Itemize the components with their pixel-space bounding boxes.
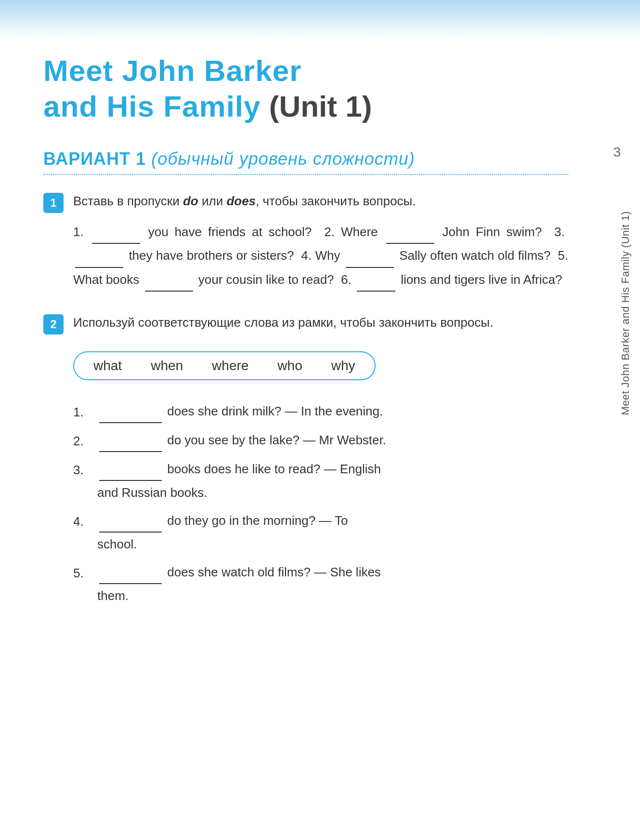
title-normal-text: (Unit 1): [261, 90, 372, 123]
exercise-1-instruction: Вставь в пропуски do или does, чтобы зак…: [73, 192, 568, 211]
item-2-num: 2.: [73, 428, 97, 453]
item-5-num: 5.: [73, 560, 97, 586]
title-line1: Meet John Barkerand His Family (Unit 1): [43, 53, 568, 125]
blank-1-1: [92, 243, 140, 244]
item-3-text: books does he like to read? — Englishand…: [97, 457, 568, 505]
exercise-1: 1 Вставь в пропуски do или does, чтобы з…: [43, 192, 568, 292]
item-4-text: do they go in the morning? — Toschool.: [97, 509, 568, 557]
exercise-2: 2 Используй соответствующие слова из рам…: [43, 313, 568, 612]
variant-label: ВАРИАНТ: [43, 149, 131, 169]
item-5-text: does she watch old films? — She likesthe…: [97, 560, 568, 608]
word-box-item-when: when: [151, 358, 183, 373]
blank-1-6: [357, 291, 395, 292]
word-box-item-who: who: [277, 358, 302, 373]
word-box-item-what: what: [93, 358, 122, 373]
blank-2-3: [99, 480, 162, 481]
exercise-2-list: 1. does she drink milk? — In the evening…: [73, 400, 568, 608]
item-1-text: does she drink milk? — In the evening.: [97, 400, 568, 423]
word-box-item-why: why: [331, 358, 355, 373]
variant-header: ВАРИАНТ 1 (обычный уровень сложности): [43, 149, 568, 169]
blank-1-4: [346, 267, 394, 268]
exercise-1-number: 1: [43, 193, 64, 213]
variant-subtitle: (обычный уровень сложности): [151, 149, 415, 169]
main-content: Meet John Barkerand His Family (Unit 1) …: [0, 0, 612, 662]
blank-1-2: [386, 243, 434, 244]
blank-2-1: [99, 422, 162, 423]
variant-number: 1: [136, 149, 146, 169]
item-4-num: 4.: [73, 509, 97, 534]
side-label: Meet John Barker and His Family (Unit 1): [611, 96, 640, 530]
list-item-2: 2. do you see by the lake? — Mr Webster.: [73, 428, 568, 453]
blank-2-4: [99, 532, 162, 533]
word-box-item-where: where: [212, 358, 248, 373]
item-3-num: 3.: [73, 457, 97, 482]
list-item-3: 3. books does he like to read? — English…: [73, 457, 568, 505]
item-1-num: 1.: [73, 400, 97, 425]
blank-1-3: [75, 267, 123, 268]
exercise-1-body: Вставь в пропуски do или does, чтобы зак…: [73, 192, 568, 292]
page-title: Meet John Barkerand His Family (Unit 1): [43, 53, 568, 125]
blank-2-5: [99, 583, 162, 584]
word-box: what when where who why: [73, 351, 376, 380]
list-item-5: 5. does she watch old films? — She likes…: [73, 560, 568, 608]
exercise-2-instruction: Используй соответствующие слова из рамки…: [73, 313, 568, 332]
blank-2-2: [99, 451, 162, 452]
exercise-1-text: 1. you have friends at school? 2. Where …: [73, 220, 568, 292]
exercise-2-body: Используй соответствующие слова из рамки…: [73, 313, 568, 612]
exercise-2-number: 2: [43, 314, 64, 334]
section-divider: [43, 174, 568, 175]
list-item-4: 4. do they go in the morning? — Toschool…: [73, 509, 568, 557]
item-2-text: do you see by the lake? — Mr Webster.: [97, 428, 568, 452]
blank-1-5: [145, 291, 193, 292]
list-item-1: 1. does she drink milk? — In the evening…: [73, 400, 568, 425]
